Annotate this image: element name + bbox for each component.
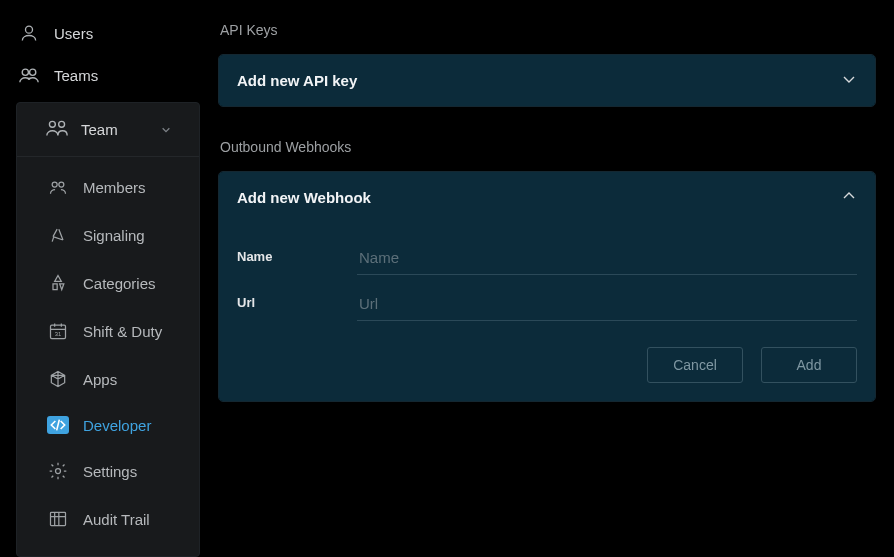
chevron-down-icon xyxy=(161,121,171,138)
apps-icon xyxy=(47,368,69,390)
users-icon xyxy=(18,64,40,86)
sidebar: Users Teams Team xyxy=(0,0,200,557)
code-icon xyxy=(47,416,69,434)
label-url: Url xyxy=(237,291,337,310)
sidebar-item-shift-duty[interactable]: 31 Shift & Duty xyxy=(17,307,199,355)
user-icon xyxy=(18,22,40,44)
sidebar-item-teams[interactable]: Teams xyxy=(0,54,200,96)
sidebar-item-label: Users xyxy=(54,25,93,42)
sidebar-item-apps[interactable]: Apps xyxy=(17,355,199,403)
svg-point-6 xyxy=(59,182,64,187)
calendar-icon: 31 xyxy=(47,320,69,342)
svg-point-2 xyxy=(30,69,36,75)
sidebar-item-signaling[interactable]: Signaling xyxy=(17,211,199,259)
panel-webhooks: Add new Webhook Name Url Cancel Add xyxy=(218,171,876,402)
sidebar-item-label: Apps xyxy=(83,371,117,388)
sidebar-item-settings[interactable]: Settings xyxy=(17,447,199,495)
input-webhook-name[interactable] xyxy=(357,245,857,275)
sidebar-team-group: Team Members xyxy=(16,102,200,557)
section-title-webhooks: Outbound Webhooks xyxy=(220,139,876,155)
chevron-up-icon xyxy=(841,188,857,207)
sidebar-item-label: Categories xyxy=(83,275,156,292)
svg-point-9 xyxy=(56,469,61,474)
input-webhook-url[interactable] xyxy=(357,291,857,321)
panel-title: Add new API key xyxy=(237,72,357,89)
add-button[interactable]: Add xyxy=(761,347,857,383)
panel-header-webhooks[interactable]: Add new Webhook xyxy=(219,172,875,223)
team-icon xyxy=(45,117,69,142)
svg-point-5 xyxy=(52,182,57,187)
cancel-button[interactable]: Cancel xyxy=(647,347,743,383)
form-actions: Cancel Add xyxy=(237,347,857,383)
panel-api-keys: Add new API key xyxy=(218,54,876,107)
signaling-icon xyxy=(47,224,69,246)
svg-point-3 xyxy=(49,121,55,127)
svg-point-0 xyxy=(26,26,33,33)
chevron-down-icon xyxy=(841,71,857,90)
sidebar-item-label: Teams xyxy=(54,67,98,84)
categories-icon xyxy=(47,272,69,294)
svg-text:31: 31 xyxy=(55,331,61,337)
sidebar-item-label: Signaling xyxy=(83,227,145,244)
sidebar-item-users[interactable]: Users xyxy=(0,12,200,54)
sidebar-item-members[interactable]: Members xyxy=(17,163,199,211)
form-row-url: Url xyxy=(237,291,857,321)
svg-point-1 xyxy=(22,69,28,75)
sidebar-team-header[interactable]: Team xyxy=(17,103,199,156)
svg-rect-10 xyxy=(51,512,66,525)
members-icon xyxy=(47,176,69,198)
sidebar-item-developer[interactable]: Developer xyxy=(17,403,199,447)
gear-icon xyxy=(47,460,69,482)
form-row-name: Name xyxy=(237,245,857,275)
sidebar-item-audit-trail[interactable]: Audit Trail xyxy=(17,495,199,543)
sidebar-item-label: Audit Trail xyxy=(83,511,150,528)
section-title-api-keys: API Keys xyxy=(220,22,876,38)
svg-point-4 xyxy=(59,121,65,127)
panel-body-webhooks: Name Url Cancel Add xyxy=(219,223,875,401)
audit-icon xyxy=(47,508,69,530)
sidebar-item-categories[interactable]: Categories xyxy=(17,259,199,307)
sidebar-item-label: Developer xyxy=(83,417,151,434)
label-name: Name xyxy=(237,245,337,264)
main-content: API Keys Add new API key Outbound Webhoo… xyxy=(200,0,894,557)
panel-title: Add new Webhook xyxy=(237,189,371,206)
sidebar-subnav: Members Signaling Categories xyxy=(17,156,199,549)
sidebar-item-label: Settings xyxy=(83,463,137,480)
panel-header-api-keys[interactable]: Add new API key xyxy=(219,55,875,106)
sidebar-item-label: Members xyxy=(83,179,146,196)
sidebar-item-label: Shift & Duty xyxy=(83,323,162,340)
team-header-label: Team xyxy=(81,121,118,138)
